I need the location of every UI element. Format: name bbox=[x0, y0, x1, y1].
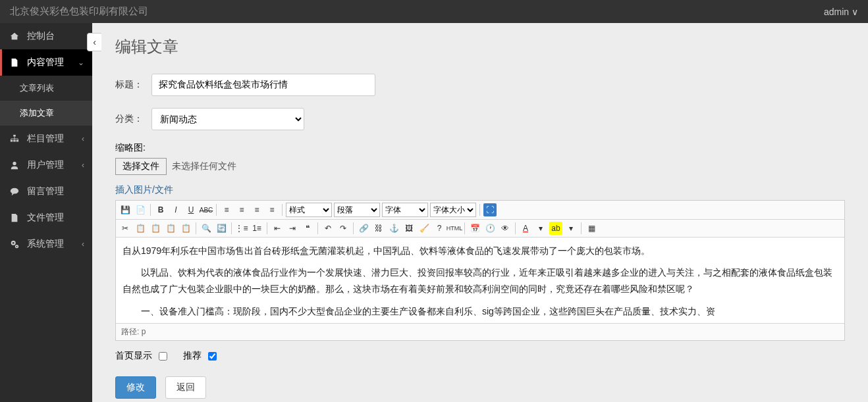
replace-icon[interactable]: 🔄 bbox=[215, 222, 228, 235]
recommend-label-text: 推荐 bbox=[183, 350, 202, 361]
indent-icon[interactable]: ⇥ bbox=[286, 222, 299, 235]
separator bbox=[464, 222, 465, 234]
paste-word-icon[interactable]: 📋 bbox=[179, 222, 192, 235]
sidebar-item-label: 控制台 bbox=[27, 30, 84, 42]
editor-path: 路径: p bbox=[116, 323, 844, 340]
underline-icon[interactable]: U bbox=[184, 203, 198, 216]
separator bbox=[267, 222, 267, 234]
date-icon[interactable]: 📅 bbox=[468, 222, 481, 235]
user-menu[interactable]: admin ∨ bbox=[824, 7, 858, 17]
homepage-checkbox-label: 首页显示 bbox=[115, 350, 170, 361]
preview-icon[interactable]: 👁 bbox=[499, 222, 512, 235]
cleanup-icon[interactable]: 🧹 bbox=[418, 222, 431, 235]
newdoc-icon[interactable]: 📄 bbox=[134, 203, 147, 216]
forecolor-picker-icon[interactable]: ▾ bbox=[534, 222, 547, 235]
format-select[interactable]: 段落 bbox=[334, 203, 380, 217]
file-icon bbox=[10, 58, 20, 67]
sidebar-item-users[interactable]: 用户管理 ‹ bbox=[0, 152, 92, 178]
homepage-checkbox[interactable] bbox=[159, 352, 167, 361]
content-paragraph: 自从1979年利乐在中国市场售出首台砖形纸盒无菌灌装机起，中国乳品、饮料等液体食… bbox=[122, 243, 838, 259]
sidebar-sub-articles[interactable]: 文章列表 bbox=[0, 76, 92, 101]
image-icon[interactable]: 🖼 bbox=[402, 222, 416, 235]
backcolor-picker-icon[interactable]: ▾ bbox=[564, 222, 578, 235]
align-right-icon[interactable]: ≡ bbox=[250, 203, 263, 216]
paste-icon[interactable]: 📋 bbox=[149, 222, 162, 235]
copy-icon[interactable]: 📋 bbox=[134, 222, 147, 235]
separator bbox=[216, 204, 217, 216]
align-center-icon[interactable]: ≡ bbox=[235, 203, 248, 216]
svg-rect-0 bbox=[13, 135, 16, 137]
sitemap-icon bbox=[10, 134, 20, 143]
undo-icon[interactable]: ↶ bbox=[321, 222, 335, 235]
back-button[interactable]: 返回 bbox=[165, 376, 206, 399]
page-title: 编辑文章 bbox=[115, 36, 845, 57]
title-label: 标题： bbox=[115, 79, 151, 91]
italic-icon[interactable]: I bbox=[169, 203, 182, 216]
editor-content[interactable]: 自从1979年利乐在中国市场售出首台砖形纸盒无菌灌装机起，中国乳品、饮料等液体食… bbox=[116, 238, 844, 323]
sidebar-toggle[interactable]: ‹ bbox=[87, 33, 101, 51]
sidebar-sub-add-article[interactable]: 添加文章 bbox=[0, 101, 92, 126]
choose-file-button[interactable]: 选择文件 bbox=[115, 158, 167, 175]
sidebar-item-console[interactable]: 控制台 bbox=[0, 23, 92, 49]
user-icon bbox=[10, 161, 20, 170]
sidebar-item-files[interactable]: 文件管理 bbox=[0, 205, 92, 231]
svg-point-9 bbox=[16, 246, 18, 247]
time-icon[interactable]: 🕐 bbox=[483, 222, 497, 235]
anchor-icon[interactable]: ⚓ bbox=[387, 222, 400, 235]
content-paragraph: 以乳品、饮料为代表的液体食品行业作为一个发展快速、潜力巨大、投资回报率较高的行业… bbox=[122, 264, 838, 297]
style-select[interactable]: 样式 bbox=[286, 203, 332, 217]
fullscreen-icon[interactable]: ⛶ bbox=[483, 203, 497, 216]
recommend-checkbox[interactable] bbox=[208, 352, 217, 361]
find-icon[interactable]: 🔍 bbox=[200, 222, 213, 235]
submit-button[interactable]: 修改 bbox=[115, 376, 156, 399]
chevron-down-icon: ∨ bbox=[852, 7, 858, 17]
sidebar-item-content[interactable]: 内容管理 ⌄ bbox=[0, 49, 92, 76]
code-icon[interactable]: HTML bbox=[448, 222, 461, 235]
link-icon[interactable]: 🔗 bbox=[357, 222, 370, 235]
font-select[interactable]: 字体 bbox=[382, 203, 428, 217]
number-list-icon[interactable]: 1≡ bbox=[250, 222, 263, 235]
sidebar-item-system[interactable]: 系统管理 ‹ bbox=[0, 231, 92, 257]
help-icon[interactable]: ? bbox=[433, 222, 446, 235]
sidebar-item-messages[interactable]: 留言管理 bbox=[0, 178, 92, 205]
sidebar-item-label: 栏目管理 bbox=[27, 133, 82, 145]
svg-rect-2 bbox=[13, 140, 16, 142]
title-input[interactable] bbox=[151, 74, 375, 96]
sidebar-item-columns[interactable]: 栏目管理 ‹ bbox=[0, 126, 92, 152]
blockquote-icon[interactable]: ❝ bbox=[301, 222, 314, 235]
forecolor-icon[interactable]: A bbox=[519, 222, 532, 235]
separator bbox=[282, 204, 283, 216]
bold-icon[interactable]: B bbox=[154, 203, 167, 216]
backcolor-icon[interactable]: ab bbox=[549, 222, 562, 235]
outdent-icon[interactable]: ⇤ bbox=[271, 222, 284, 235]
fontsize-select[interactable]: 字体大小 bbox=[430, 203, 476, 217]
redo-icon[interactable]: ↷ bbox=[337, 222, 350, 235]
svg-rect-3 bbox=[16, 140, 19, 142]
chevron-left-icon: ‹ bbox=[82, 161, 84, 170]
sidebar-item-label: 留言管理 bbox=[27, 186, 84, 197]
bullet-list-icon[interactable]: ⋮≡ bbox=[235, 222, 248, 235]
separator bbox=[150, 204, 151, 216]
align-left-icon[interactable]: ≡ bbox=[220, 203, 233, 216]
unlink-icon[interactable]: ⛓ bbox=[372, 222, 385, 235]
align-justify-icon[interactable]: ≡ bbox=[265, 203, 279, 216]
strikethrough-icon[interactable]: ABC bbox=[200, 203, 213, 216]
comment-icon bbox=[10, 187, 20, 196]
separator bbox=[231, 222, 232, 234]
homepage-label-text: 首页显示 bbox=[115, 350, 152, 361]
folder-icon bbox=[10, 213, 20, 222]
paste-text-icon[interactable]: 📋 bbox=[164, 222, 177, 235]
save-icon[interactable]: 💾 bbox=[119, 203, 132, 216]
svg-point-5 bbox=[11, 188, 18, 194]
table-icon[interactable]: ▦ bbox=[585, 222, 598, 235]
chevron-down-icon: ⌄ bbox=[78, 58, 84, 67]
sidebar-item-label: 文件管理 bbox=[27, 212, 84, 224]
category-select[interactable]: 新闻动态 bbox=[151, 108, 304, 130]
insert-media-link[interactable]: 插入图片/文件 bbox=[115, 184, 173, 196]
user-name: admin bbox=[824, 7, 849, 17]
sidebar-item-label: 用户管理 bbox=[27, 159, 82, 171]
svg-rect-1 bbox=[11, 140, 13, 142]
chevron-left-icon: ‹ bbox=[93, 37, 96, 47]
cut-icon[interactable]: ✂ bbox=[119, 222, 132, 235]
thumbnail-label: 缩略图: bbox=[115, 142, 146, 153]
